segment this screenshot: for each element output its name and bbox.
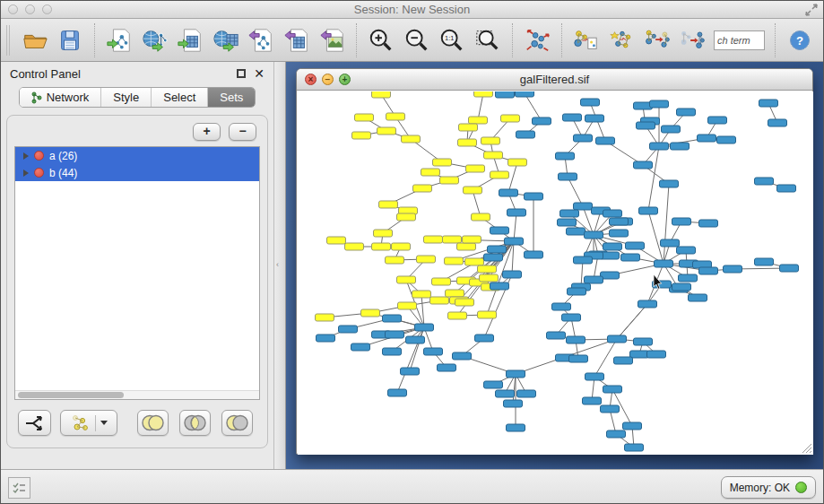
graph-node-blue[interactable]: [517, 390, 536, 397]
graph-node-yellow[interactable]: [455, 299, 474, 306]
graph-node-yellow[interactable]: [446, 290, 464, 297]
graph-node-yellow[interactable]: [413, 185, 432, 192]
graph-node-yellow[interactable]: [472, 213, 490, 221]
graph-edge[interactable]: [514, 213, 516, 241]
graph-node-blue[interactable]: [755, 258, 774, 265]
graph-node-blue[interactable]: [490, 227, 509, 234]
graph-node-yellow[interactable]: [386, 256, 404, 264]
graph-node-blue[interactable]: [607, 430, 626, 438]
graph-node-blue[interactable]: [567, 336, 585, 343]
graph-node-blue[interactable]: [574, 203, 593, 210]
graph-node-blue[interactable]: [475, 335, 494, 342]
graph-node-blue[interactable]: [507, 370, 525, 378]
graph-node-blue[interactable]: [567, 228, 585, 235]
import-network-url-icon[interactable]: [140, 25, 170, 56]
graph-node-blue[interactable]: [614, 357, 633, 364]
graph-node-yellow[interactable]: [430, 297, 449, 304]
union-sets-button[interactable]: [137, 410, 169, 436]
graph-node-yellow[interactable]: [440, 177, 459, 184]
graph-node-blue[interactable]: [401, 368, 420, 375]
graph-node-yellow[interactable]: [445, 257, 464, 265]
graph-node-blue[interactable]: [698, 135, 716, 142]
graph-node-blue[interactable]: [525, 251, 543, 258]
network-canvas[interactable]: [298, 91, 813, 455]
graph-node-blue[interactable]: [559, 173, 577, 180]
graph-node-blue[interactable]: [621, 254, 640, 261]
graph-node-blue[interactable]: [677, 247, 696, 254]
graph-node-yellow[interactable]: [398, 302, 417, 309]
graph-node-blue[interactable]: [585, 231, 603, 239]
create-set-from-network-button[interactable]: [60, 410, 117, 436]
graph-node-yellow[interactable]: [379, 201, 398, 208]
graph-node-yellow[interactable]: [508, 159, 527, 166]
graph-node-blue[interactable]: [610, 218, 629, 225]
export-network-icon[interactable]: [247, 25, 277, 56]
graph-node-yellow[interactable]: [372, 243, 391, 250]
graph-node-blue[interactable]: [679, 274, 698, 282]
graph-node-blue[interactable]: [581, 99, 600, 106]
graph-node-blue[interactable]: [755, 178, 774, 185]
open-session-icon[interactable]: [20, 25, 50, 56]
graph-node-blue[interactable]: [496, 91, 515, 98]
graph-node-blue[interactable]: [639, 207, 658, 214]
graph-node-yellow[interactable]: [448, 312, 467, 319]
import-network-file-icon[interactable]: [104, 25, 134, 56]
graph-node-blue[interactable]: [415, 324, 434, 331]
graph-node-yellow[interactable]: [443, 236, 462, 243]
graph-node-blue[interactable]: [507, 424, 525, 431]
graph-node-yellow[interactable]: [474, 91, 493, 97]
graph-node-blue[interactable]: [499, 189, 518, 196]
select-neighbors-tool-icon[interactable]: [606, 25, 637, 56]
graph-node-yellow[interactable]: [327, 237, 346, 244]
graph-node-blue[interactable]: [505, 238, 524, 245]
graph-node-yellow[interactable]: [490, 171, 509, 178]
set-row-a[interactable]: a (26): [15, 147, 259, 164]
graph-node-blue[interactable]: [699, 267, 718, 274]
graph-node-blue[interactable]: [655, 260, 673, 267]
graph-node-blue[interactable]: [383, 315, 402, 322]
scrollbar-thumb[interactable]: [18, 392, 124, 398]
graph-node-blue[interactable]: [608, 335, 627, 343]
graph-node-blue[interactable]: [406, 336, 425, 343]
graph-node-yellow[interactable]: [397, 276, 416, 283]
graph-node-blue[interactable]: [552, 303, 571, 310]
remove-set-button[interactable]: −: [229, 123, 256, 141]
graph-node-blue[interactable]: [424, 348, 443, 355]
graph-node-blue[interactable]: [484, 381, 503, 388]
graph-node-yellow[interactable]: [316, 314, 334, 321]
graph-node-yellow[interactable]: [478, 265, 497, 273]
intersect-sets-button[interactable]: [179, 410, 211, 436]
task-history-button[interactable]: [8, 477, 30, 499]
graph-node-blue[interactable]: [626, 242, 645, 249]
set-row-b[interactable]: b (44): [15, 164, 259, 181]
graph-node-blue[interactable]: [768, 119, 787, 126]
disclosure-triangle-icon[interactable]: [23, 152, 29, 160]
help-icon[interactable]: ?: [785, 25, 815, 56]
graph-node-blue[interactable]: [662, 126, 681, 133]
graph-node-yellow[interactable]: [397, 213, 416, 221]
graph-node-blue[interactable]: [603, 386, 622, 393]
graph-node-blue[interactable]: [650, 100, 669, 108]
graph-node-blue[interactable]: [672, 283, 691, 291]
graph-node-yellow[interactable]: [412, 291, 431, 298]
graph-node-yellow[interactable]: [484, 152, 503, 159]
tab-sets[interactable]: Sets: [207, 88, 255, 107]
graph-node-blue[interactable]: [777, 185, 796, 192]
graph-node-blue[interactable]: [484, 254, 503, 261]
show-all-tool-icon[interactable]: [677, 25, 707, 56]
graph-node-yellow[interactable]: [417, 256, 436, 263]
graph-node-blue[interactable]: [383, 348, 402, 355]
graph-node-blue[interactable]: [689, 294, 707, 301]
graph-node-yellow[interactable]: [372, 91, 391, 98]
graph-node-blue[interactable]: [516, 131, 535, 138]
export-image-icon[interactable]: [317, 25, 348, 56]
graph-node-blue[interactable]: [560, 210, 579, 217]
hide-selected-tool-icon[interactable]: [642, 25, 672, 56]
graph-node-blue[interactable]: [569, 355, 588, 362]
graph-node-yellow[interactable]: [352, 132, 371, 139]
horizontal-scrollbar[interactable]: [15, 390, 259, 399]
search-input[interactable]: ch term: [714, 30, 765, 50]
graph-node-blue[interactable]: [386, 331, 404, 338]
graph-node-yellow[interactable]: [421, 169, 440, 176]
graph-node-blue[interactable]: [623, 422, 642, 430]
